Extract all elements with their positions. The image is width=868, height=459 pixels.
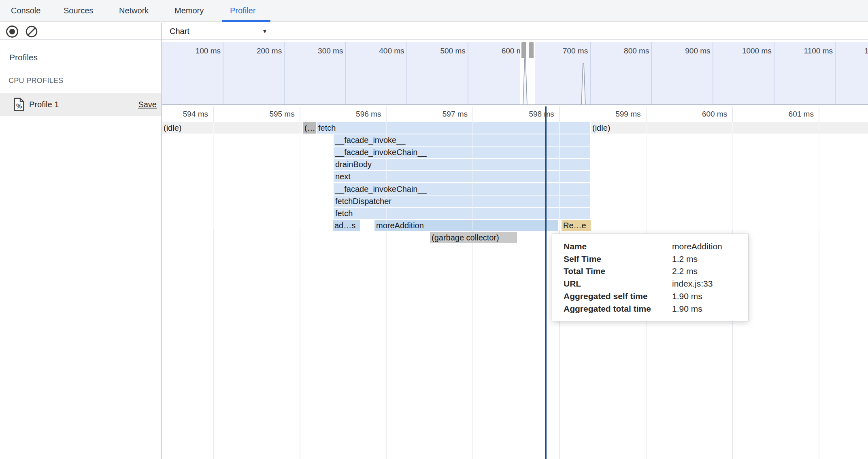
record-icon bbox=[6, 26, 18, 38]
chevron-down-icon: ▼ bbox=[262, 23, 268, 39]
selection-handle-right[interactable] bbox=[529, 42, 534, 58]
frame-label: drainBody bbox=[334, 160, 372, 169]
selection-handle-left[interactable] bbox=[521, 42, 526, 58]
flame-row: next bbox=[162, 171, 868, 182]
flame-row: __facade_invokeChain__ bbox=[162, 147, 868, 158]
profile-document-icon: % bbox=[13, 98, 25, 113]
frame-label: ad…s bbox=[333, 221, 355, 230]
flame-chart: 594 ms595 ms596 ms597 ms598 ms599 ms600 … bbox=[162, 106, 868, 459]
flame-tick-label: 600 ms bbox=[666, 110, 727, 119]
flame-row: (garbage collector) bbox=[162, 232, 868, 243]
frame-label: (… bbox=[303, 123, 315, 132]
frame-label: (garbage collector) bbox=[430, 233, 499, 242]
toolbar-divider bbox=[0, 39, 868, 40]
flame-row: drainBody bbox=[162, 159, 868, 170]
tab-network[interactable]: Network bbox=[119, 0, 149, 21]
frame-bar--facade-invoke-[interactable]: __facade_invoke__ bbox=[334, 134, 590, 146]
cpu-usage-spikes bbox=[162, 42, 868, 105]
active-tab-underline bbox=[222, 20, 270, 22]
playhead-marker[interactable] bbox=[545, 106, 547, 459]
tab-sources[interactable]: Sources bbox=[64, 0, 93, 21]
record-profile-button[interactable] bbox=[6, 26, 18, 38]
clear-icon bbox=[26, 26, 38, 38]
tab-memory[interactable]: Memory bbox=[174, 0, 204, 21]
frame-label: fetch bbox=[334, 209, 353, 218]
frame-label: (idle) bbox=[162, 123, 181, 132]
frame-bar-fetchdispatcher[interactable]: fetchDispatcher bbox=[334, 196, 590, 207]
frame-bar--[interactable]: (… bbox=[303, 122, 316, 134]
view-toolbar: Chart ▼ bbox=[162, 23, 868, 40]
tooltip-label: Total Time bbox=[564, 265, 672, 278]
devtools-profiler-panel: ConsoleSourcesNetworkMemoryProfiler Char… bbox=[0, 0, 868, 459]
tooltip-label: Aggregated total time bbox=[564, 303, 672, 315]
tooltip-value: 2.2 ms bbox=[672, 265, 698, 278]
frame-label: __facade_invokeChain__ bbox=[334, 148, 427, 157]
frame-bar--idle-[interactable]: (idle) bbox=[591, 122, 868, 134]
tooltip-value: index.js:33 bbox=[672, 278, 713, 290]
flame-gridline-overlay bbox=[732, 122, 733, 230]
flame-tick-label: 601 ms bbox=[753, 110, 814, 119]
frame-bar-fetch[interactable]: fetch bbox=[317, 122, 590, 134]
frame-bar--facade-invokechain-[interactable]: __facade_invokeChain__ bbox=[334, 147, 590, 158]
flame-gridline-overlay bbox=[213, 122, 214, 230]
flame-row: __facade_invoke__ bbox=[162, 134, 868, 146]
flame-tick-label: 599 ms bbox=[580, 110, 641, 119]
frame-label: __facade_invokeChain__ bbox=[334, 185, 427, 193]
tooltip-value: moreAddition bbox=[672, 240, 722, 253]
tooltip-label: Aggregated self time bbox=[564, 290, 672, 303]
frame-label: fetchDispatcher bbox=[334, 197, 391, 206]
flame-row: (idle)(…fetch(idle) bbox=[162, 122, 868, 134]
flame-row: fetchDispatcher bbox=[162, 196, 868, 207]
frame-bar--garbage-collector-[interactable]: (garbage collector) bbox=[430, 232, 517, 243]
frame-label: next bbox=[334, 172, 351, 181]
frame-label: moreAddition bbox=[374, 221, 424, 230]
frame-bar-next[interactable]: next bbox=[334, 171, 590, 182]
tooltip-label: Self Time bbox=[564, 253, 672, 266]
profiler-toolbar bbox=[0, 23, 161, 40]
flame-tick-label: 594 ms bbox=[162, 110, 208, 119]
tab-profiler[interactable]: Profiler bbox=[230, 0, 255, 21]
tooltip-label: Name bbox=[564, 240, 672, 253]
frame-bar--idle-[interactable]: (idle) bbox=[162, 122, 302, 134]
flame-row: __facade_invokeChain__ bbox=[162, 183, 868, 195]
flame-row: ad…smoreAdditionRe…e bbox=[162, 220, 868, 231]
frame-bar-fetch[interactable]: fetch bbox=[334, 208, 590, 219]
profiles-header: Profiles bbox=[9, 53, 38, 62]
frame-label: (idle) bbox=[591, 123, 610, 132]
frame-bar-drainbody[interactable]: drainBody bbox=[334, 159, 590, 170]
frame-bar-moreaddition[interactable]: moreAddition bbox=[374, 220, 558, 231]
tooltip-label: URL bbox=[564, 278, 672, 290]
flame-gridline-overlay bbox=[819, 122, 819, 230]
tooltip-value: 1.90 ms bbox=[672, 303, 702, 315]
flame-row: fetch bbox=[162, 208, 868, 219]
tab-console[interactable]: Console bbox=[11, 0, 40, 21]
sidebar-item-profile-1[interactable]: % Profile 1 Save bbox=[0, 93, 161, 116]
flame-tick-label: 597 ms bbox=[407, 110, 468, 119]
timeline-overview[interactable]: 100 ms200 ms300 ms400 ms500 ms600 ms700 … bbox=[162, 42, 868, 105]
flame-gridline-overlay bbox=[646, 122, 647, 230]
tooltip-value: 1.90 ms bbox=[672, 290, 702, 303]
flame-gridline-overlay bbox=[300, 122, 300, 230]
flame-tick-label: 595 ms bbox=[234, 110, 295, 119]
cpu-profiles-section-header: CPU PROFILES bbox=[9, 76, 64, 85]
clear-profiles-button[interactable] bbox=[26, 26, 38, 38]
tooltip-value: 1.2 ms bbox=[672, 253, 698, 266]
flame-gridline-overlay bbox=[472, 122, 473, 230]
svg-text:%: % bbox=[16, 103, 22, 110]
frame-bar-ad-s[interactable]: ad…s bbox=[333, 220, 360, 231]
devtools-tab-bar: ConsoleSourcesNetworkMemoryProfiler bbox=[0, 0, 868, 22]
profile-name: Profile 1 bbox=[29, 93, 59, 116]
frame-bar--facade-invokechain-[interactable]: __facade_invokeChain__ bbox=[334, 183, 590, 195]
frame-label: fetch bbox=[317, 123, 336, 132]
frame-label: __facade_invoke__ bbox=[334, 136, 405, 144]
flame-gridline-overlay bbox=[559, 122, 560, 230]
view-mode-dropdown[interactable]: Chart ▼ bbox=[170, 23, 267, 39]
flame-tick-label: 596 ms bbox=[320, 110, 381, 119]
save-profile-link[interactable]: Save bbox=[138, 93, 157, 116]
frame-tooltip: NamemoreAddition Self Time1.2 ms Total T… bbox=[552, 234, 749, 321]
frame-label: Re…e bbox=[562, 221, 586, 230]
view-mode-label: Chart bbox=[170, 27, 189, 36]
frame-bar-re-e[interactable]: Re…e bbox=[562, 220, 591, 231]
